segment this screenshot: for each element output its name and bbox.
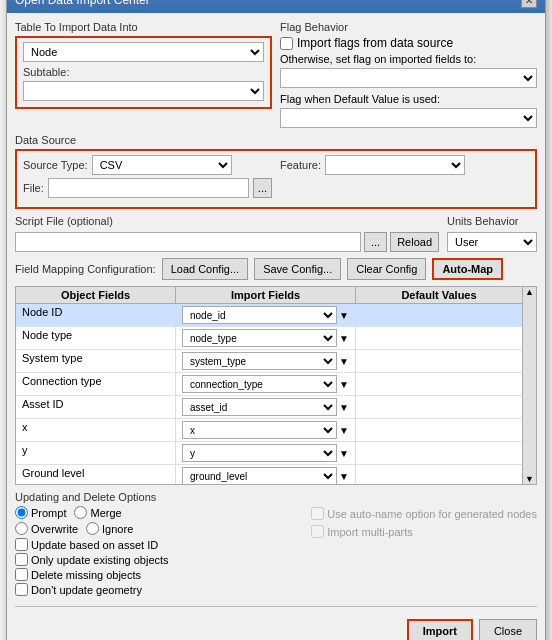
default-value-cell bbox=[356, 373, 522, 395]
ignore-radio-label[interactable]: Ignore bbox=[86, 522, 133, 535]
table-row: Connection type connection_type ▼ bbox=[16, 373, 522, 396]
close-dialog-button[interactable]: Close bbox=[479, 619, 537, 640]
import-select[interactable]: node_id bbox=[182, 306, 337, 324]
feature-label: Feature: bbox=[280, 159, 321, 171]
file-input[interactable]: C:\Videos\OneLearn\Model Data\Imprt_Srvy bbox=[48, 178, 249, 198]
table-row: Asset ID asset_id ▼ bbox=[16, 396, 522, 419]
auto-map-button[interactable]: Auto-Map bbox=[432, 258, 503, 280]
object-field-cell: Asset ID bbox=[16, 396, 176, 418]
flag-section: Import flags from data source Otherwise,… bbox=[280, 36, 537, 128]
prompt-label: Prompt bbox=[31, 507, 66, 519]
table-row: System type system_type ▼ bbox=[16, 350, 522, 373]
scrollbar[interactable]: ▲ ▼ bbox=[523, 286, 537, 485]
bottom-buttons: Import Close bbox=[15, 615, 537, 640]
script-browse-button[interactable]: ... bbox=[364, 232, 387, 252]
default-value-cell bbox=[356, 419, 522, 441]
dialog-body: Table To Import Data Into Node Subtable:… bbox=[7, 13, 545, 640]
dialog-window: Open Data Import Center ✕ Table To Impor… bbox=[6, 0, 546, 640]
import-field-cell: x ▼ bbox=[176, 419, 356, 441]
import-field-cell: system_type ▼ bbox=[176, 350, 356, 372]
import-multi-parts-label: Import multi-parts bbox=[311, 525, 537, 538]
script-input[interactable] bbox=[15, 232, 361, 252]
scroll-down-arrow[interactable]: ▼ bbox=[525, 474, 534, 484]
object-field-cell: System type bbox=[16, 350, 176, 372]
object-field-cell: Node ID bbox=[16, 304, 176, 326]
only-update-text: Only update existing objects bbox=[31, 554, 169, 566]
import-flags-checkbox[interactable] bbox=[280, 37, 293, 50]
feature-select[interactable] bbox=[325, 155, 465, 175]
only-update-label[interactable]: Only update existing objects bbox=[15, 553, 303, 566]
flag-default-select[interactable] bbox=[280, 108, 537, 128]
radio-group-2: Overwrite Ignore bbox=[15, 522, 303, 535]
overwrite-radio-label[interactable]: Overwrite bbox=[15, 522, 78, 535]
import-select[interactable]: ground_level bbox=[182, 467, 337, 484]
import-select[interactable]: y bbox=[182, 444, 337, 462]
flag-default-row: Flag when Default Value is used: bbox=[280, 93, 537, 105]
object-field-cell: x bbox=[16, 419, 176, 441]
file-row: File: C:\Videos\OneLearn\Model Data\Impr… bbox=[23, 178, 272, 198]
auto-name-text: Use auto-name option for generated nodes bbox=[327, 508, 537, 520]
default-value-cell bbox=[356, 304, 522, 326]
units-section: Units Behavior User bbox=[447, 215, 537, 252]
feature-row: Feature: bbox=[280, 155, 529, 175]
flag-default-label: Flag when Default Value is used: bbox=[280, 93, 440, 105]
prompt-radio[interactable] bbox=[15, 506, 28, 519]
save-config-button[interactable]: Save Config... bbox=[254, 258, 341, 280]
source-right: Feature: bbox=[280, 155, 529, 201]
import-field-cell: node_type ▼ bbox=[176, 327, 356, 349]
table-row: Node ID node_id ▼ bbox=[16, 304, 522, 327]
overwrite-radio[interactable] bbox=[15, 522, 28, 535]
subtable-select[interactable] bbox=[23, 81, 264, 101]
merge-label: Merge bbox=[90, 507, 121, 519]
dont-update-geometry-checkbox[interactable] bbox=[15, 583, 28, 596]
delete-missing-checkbox[interactable] bbox=[15, 568, 28, 581]
file-label: File: bbox=[23, 182, 44, 194]
header-object-fields: Object Fields bbox=[16, 287, 176, 303]
subtable-label: Subtable: bbox=[23, 66, 69, 78]
merge-radio-label[interactable]: Merge bbox=[74, 506, 121, 519]
import-button[interactable]: Import bbox=[407, 619, 473, 640]
table-import-section: Table To Import Data Into Node Subtable: bbox=[15, 21, 272, 128]
import-multi-parts-text: Import multi-parts bbox=[327, 526, 413, 538]
file-browse-button[interactable]: ... bbox=[253, 178, 272, 198]
import-select[interactable]: asset_id bbox=[182, 398, 337, 416]
delete-missing-text: Delete missing objects bbox=[31, 569, 141, 581]
node-select[interactable]: Node bbox=[23, 42, 264, 62]
overwrite-label: Overwrite bbox=[31, 523, 78, 535]
title-bar: Open Data Import Center ✕ bbox=[7, 0, 545, 13]
delete-missing-label[interactable]: Delete missing objects bbox=[15, 568, 303, 581]
clear-config-button[interactable]: Clear Config bbox=[347, 258, 426, 280]
flag-behavior-section: Flag Behavior Import flags from data sou… bbox=[280, 21, 537, 128]
default-value-cell bbox=[356, 465, 522, 484]
import-select[interactable]: system_type bbox=[182, 352, 337, 370]
otherwise-select[interactable] bbox=[280, 68, 537, 88]
auto-name-label: Use auto-name option for generated nodes bbox=[311, 507, 537, 520]
close-button[interactable]: ✕ bbox=[521, 0, 537, 8]
update-asset-id-label[interactable]: Update based on asset ID bbox=[15, 538, 303, 551]
update-asset-id-checkbox[interactable] bbox=[15, 538, 28, 551]
import-multi-parts-checkbox bbox=[311, 525, 324, 538]
import-select[interactable]: connection_type bbox=[182, 375, 337, 393]
object-field-cell: Ground level bbox=[16, 465, 176, 484]
import-select[interactable]: node_type bbox=[182, 329, 337, 347]
load-config-button[interactable]: Load Config... bbox=[162, 258, 249, 280]
data-source-inner: Source Type: CSV File: C:\Videos\OneLear… bbox=[23, 155, 529, 201]
header-default-values: Default Values bbox=[356, 287, 522, 303]
field-mapping-header: Field Mapping Configuration: Load Config… bbox=[15, 258, 537, 280]
dont-update-geometry-label[interactable]: Don't update geometry bbox=[15, 583, 303, 596]
dont-update-geometry-text: Don't update geometry bbox=[31, 584, 142, 596]
prompt-radio-label[interactable]: Prompt bbox=[15, 506, 66, 519]
source-type-row: Source Type: CSV bbox=[23, 155, 272, 175]
units-select[interactable]: User bbox=[447, 232, 537, 252]
only-update-checkbox[interactable] bbox=[15, 553, 28, 566]
ignore-radio[interactable] bbox=[86, 522, 99, 535]
units-label: Units Behavior bbox=[447, 215, 537, 227]
import-select[interactable]: x bbox=[182, 421, 337, 439]
source-type-select[interactable]: CSV bbox=[92, 155, 232, 175]
flag-behavior-label: Flag Behavior bbox=[280, 21, 537, 33]
table-row: y y ▼ bbox=[16, 442, 522, 465]
reload-button[interactable]: Reload bbox=[390, 232, 439, 252]
header-import-fields: Import Fields bbox=[176, 287, 356, 303]
scroll-up-arrow[interactable]: ▲ bbox=[525, 287, 534, 297]
merge-radio[interactable] bbox=[74, 506, 87, 519]
